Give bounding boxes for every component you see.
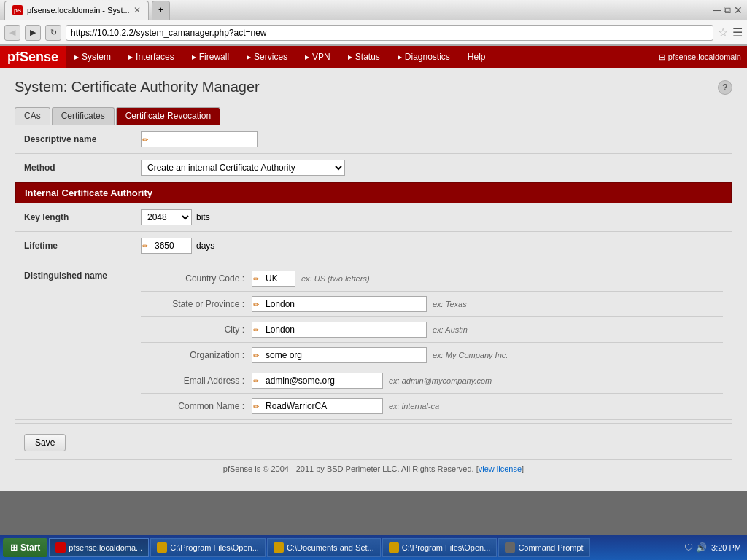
- country-code-wrapper: ✏: [252, 271, 295, 287]
- nav-item-system[interactable]: ▶System: [66, 46, 120, 68]
- state-label: State or Province :: [150, 299, 252, 309]
- descriptive-name-control: ✏: [141, 131, 723, 147]
- common-name-label: Common Name :: [150, 401, 252, 411]
- view-license-link[interactable]: view license: [479, 464, 522, 473]
- new-tab-button[interactable]: +: [152, 1, 170, 20]
- lifetime-input[interactable]: 3650: [141, 238, 192, 254]
- lifetime-row: Lifetime ✏ 3650 days: [15, 232, 732, 260]
- nav-item-status[interactable]: ▶Status: [339, 46, 389, 68]
- browser-tab[interactable]: pS pfsense.localdomain - Syst... ✕: [4, 1, 149, 20]
- nav-menu: pfSense ▶System ▶Interfaces ▶Firewall ▶S…: [0, 46, 747, 68]
- lifetime-label: Lifetime: [24, 241, 141, 251]
- city-input[interactable]: [252, 322, 427, 338]
- tab-close-button[interactable]: ✕: [133, 5, 141, 15]
- method-control: Create an internal Certificate Authority…: [141, 160, 723, 176]
- email-label: Email Address :: [150, 376, 252, 386]
- close-button[interactable]: ✕: [734, 4, 743, 16]
- country-example: ex: US (two letters): [301, 274, 370, 283]
- common-name-row: Common Name : ✏ ex: internal-ca: [141, 394, 723, 419]
- lifetime-wrapper: ✏ 3650: [141, 238, 192, 254]
- pencil-icon-email: ✏: [253, 377, 259, 385]
- descriptive-name-label: Descriptive name: [24, 134, 141, 144]
- state-input[interactable]: [252, 296, 427, 312]
- key-length-unit: bits: [196, 212, 210, 222]
- url-input[interactable]: [66, 25, 713, 41]
- help-icon[interactable]: ?: [718, 80, 732, 95]
- organization-row: Organization : ✏ ex: My Company Inc.: [141, 343, 723, 368]
- footer: pfSense is © 2004 - 2011 by BSD Perimete…: [15, 459, 732, 478]
- state-row: State or Province : ✏ ex: Texas: [141, 292, 723, 317]
- nav-item-services[interactable]: ▶Services: [238, 46, 296, 68]
- method-select[interactable]: Create an internal Certificate Authority…: [141, 160, 345, 176]
- organization-input[interactable]: [252, 347, 427, 363]
- dn-section-row: Distinguished name Country Code : ✏ ex: …: [15, 260, 732, 420]
- internal-ca-header: Internal Certificate Authority: [15, 182, 732, 203]
- save-button[interactable]: Save: [24, 434, 66, 451]
- key-length-label: Key length: [24, 212, 141, 222]
- dn-label: Distinguished name: [24, 266, 141, 419]
- country-code-row: Country Code : ✏ ex: US (two letters): [141, 266, 723, 292]
- nav-item-firewall[interactable]: ▶Firewall: [183, 46, 238, 68]
- tab-title: pfsense.localdomain - Syst...: [27, 6, 129, 15]
- descriptive-name-input[interactable]: [141, 131, 258, 147]
- save-row: Save: [15, 427, 732, 459]
- city-row: City : ✏ ex: Austin: [141, 317, 723, 343]
- state-wrapper: ✏: [252, 296, 427, 312]
- cn-example: ex: internal-ca: [389, 402, 439, 411]
- organization-label: Organization :: [150, 350, 252, 360]
- pencil-icon-city: ✏: [253, 326, 259, 334]
- pencil-icon-cn: ✏: [253, 402, 259, 411]
- email-input[interactable]: [252, 373, 383, 389]
- bookmark-star-icon[interactable]: ☆: [718, 26, 728, 39]
- pencil-icon: ✏: [142, 136, 148, 144]
- key-length-control: 512 1024 2048 4096 bits: [141, 209, 723, 225]
- tools-icon[interactable]: ☰: [732, 26, 743, 39]
- tab-bar-ca: CAs Certificates Certificate Revocation: [15, 107, 732, 125]
- city-example: ex: Austin: [433, 325, 468, 334]
- tab-cas[interactable]: CAs: [15, 107, 50, 125]
- organization-wrapper: ✏: [252, 347, 427, 363]
- nav-item-vpn[interactable]: ▶VPN: [296, 46, 339, 68]
- back-button[interactable]: ◀: [4, 25, 20, 41]
- city-label: City :: [150, 324, 252, 335]
- page-header: System: Certificate Authority Manager ?: [15, 79, 732, 96]
- pfsense-logo: pfSense: [0, 46, 66, 68]
- browser-chrome: pS pfsense.localdomain - Syst... ✕ + ─ ⧉…: [0, 0, 747, 46]
- tab-revocation[interactable]: Certificate Revocation: [116, 107, 220, 125]
- minimize-button[interactable]: ─: [713, 4, 721, 16]
- nav-hostname: ⊞pfsense.localdomain: [659, 52, 747, 62]
- country-code-label: Country Code :: [150, 273, 252, 284]
- main-content: System: Certificate Authority Manager ? …: [0, 68, 747, 491]
- title-bar: pS pfsense.localdomain - Syst... ✕ + ─ ⧉…: [0, 0, 747, 20]
- restore-button[interactable]: ⧉: [724, 4, 731, 16]
- city-wrapper: ✏: [252, 322, 427, 338]
- email-example: ex: admin@mycompany.com: [389, 376, 492, 385]
- address-bar: ◀ ▶ ↻ ☆ ☰: [0, 20, 747, 45]
- common-name-wrapper: ✏: [252, 398, 383, 414]
- method-row: Method Create an internal Certificate Au…: [15, 154, 732, 182]
- refresh-button[interactable]: ↻: [45, 25, 61, 41]
- key-length-select[interactable]: 512 1024 2048 4096: [141, 209, 192, 225]
- nav-item-diagnostics[interactable]: ▶Diagnostics: [389, 46, 459, 68]
- lifetime-control: ✏ 3650 days: [141, 238, 723, 254]
- email-wrapper: ✏: [252, 373, 383, 389]
- form-panel: Descriptive name ✏ Method Create an inte…: [15, 125, 732, 459]
- pencil-icon-state: ✏: [253, 300, 259, 308]
- lifetime-unit: days: [196, 241, 214, 251]
- key-length-row: Key length 512 1024 2048 4096 bits: [15, 203, 732, 232]
- pencil-icon-country: ✏: [253, 275, 259, 283]
- method-label: Method: [24, 163, 141, 173]
- tab-certificates[interactable]: Certificates: [52, 107, 115, 125]
- common-name-input[interactable]: [252, 398, 383, 414]
- state-example: ex: Texas: [433, 300, 467, 308]
- nav-item-help[interactable]: Help: [459, 46, 495, 68]
- nav-item-interfaces[interactable]: ▶Interfaces: [120, 46, 183, 68]
- email-row: Email Address : ✏ ex: admin@mycompany.co…: [141, 368, 723, 394]
- forward-button[interactable]: ▶: [25, 25, 41, 41]
- tab-favicon: pS: [12, 5, 23, 15]
- descriptive-name-row: Descriptive name ✏: [15, 125, 732, 154]
- org-example: ex: My Company Inc.: [433, 351, 508, 359]
- pencil-icon-org: ✏: [253, 351, 259, 359]
- page-title: System: Certificate Authority Manager: [15, 79, 260, 96]
- descriptive-name-wrapper: ✏: [141, 131, 258, 147]
